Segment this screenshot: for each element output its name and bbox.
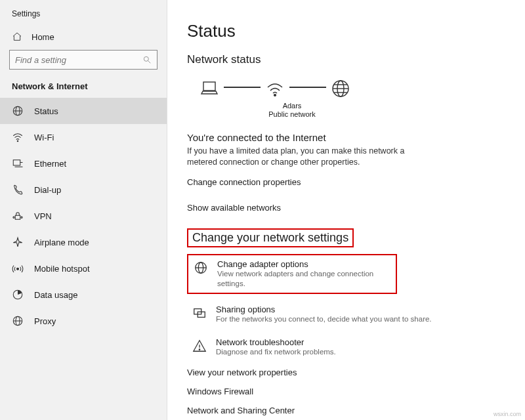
view-network-properties-link[interactable]: View your network properties bbox=[187, 368, 512, 377]
network-type: Public network bbox=[261, 110, 324, 119]
nav-label: Mobile hotspot bbox=[34, 264, 90, 274]
nav-label: Dial-up bbox=[34, 185, 61, 195]
airplane-icon bbox=[12, 236, 24, 248]
svg-point-18 bbox=[274, 94, 276, 96]
search-box[interactable] bbox=[9, 50, 158, 70]
dialup-icon bbox=[12, 184, 24, 196]
search-input[interactable] bbox=[15, 55, 142, 65]
svg-line-1 bbox=[148, 61, 151, 64]
nav-label: Wi-Fi bbox=[34, 133, 54, 142]
network-name: Adars bbox=[261, 102, 324, 110]
change-connection-properties-link[interactable]: Change connection properties bbox=[187, 177, 512, 187]
change-network-settings-heading: Change your network settings bbox=[192, 231, 348, 245]
nav-label: Airplane mode bbox=[34, 238, 89, 247]
sidebar: Settings Home Network & Internet Status … bbox=[0, 0, 167, 420]
change-adapter-options[interactable]: Change adapter options View network adap… bbox=[192, 258, 392, 290]
nav-vpn[interactable]: VPN bbox=[0, 203, 167, 229]
main-content: Status Network status Adars Public netwo… bbox=[167, 0, 525, 420]
data-usage-icon bbox=[12, 289, 24, 301]
section-label: Network & Internet bbox=[0, 79, 167, 98]
nav-label: Proxy bbox=[34, 316, 56, 326]
nav-label: Status bbox=[34, 106, 58, 116]
svg-point-11 bbox=[21, 217, 22, 218]
network-sharing-center-link[interactable]: Network and Sharing Center bbox=[187, 406, 512, 415]
home-icon bbox=[12, 32, 22, 42]
network-status-heading: Network status bbox=[187, 53, 512, 66]
connected-heading: You're connected to the Internet bbox=[187, 132, 512, 143]
warning-icon bbox=[192, 339, 207, 353]
diagram-line bbox=[289, 87, 326, 88]
option-title: Change adapter options bbox=[217, 259, 390, 269]
nav-airplane[interactable]: Airplane mode bbox=[0, 229, 167, 255]
option-desc: View network adapters and change connect… bbox=[217, 269, 390, 289]
nav-hotspot[interactable]: Mobile hotspot bbox=[0, 255, 167, 282]
svg-point-10 bbox=[13, 217, 14, 218]
vpn-icon bbox=[12, 210, 24, 222]
network-diagram: Adars Public network bbox=[187, 78, 512, 119]
ethernet-icon bbox=[12, 158, 24, 169]
proxy-icon bbox=[12, 315, 24, 327]
nav-label: VPN bbox=[34, 211, 52, 221]
adapter-icon bbox=[194, 261, 208, 275]
svg-rect-6 bbox=[13, 160, 20, 165]
windows-firewall-link[interactable]: Windows Firewall bbox=[187, 387, 512, 396]
show-available-networks-link[interactable]: Show available networks bbox=[187, 203, 512, 213]
svg-point-12 bbox=[17, 268, 19, 270]
nav-label: Ethernet bbox=[34, 159, 66, 169]
watermark: wsxin.com bbox=[494, 411, 521, 417]
svg-rect-17 bbox=[203, 82, 215, 91]
network-troubleshooter[interactable]: Network troubleshooter Diagnose and fix … bbox=[187, 333, 502, 361]
nav-data-usage[interactable]: Data usage bbox=[0, 282, 167, 308]
nav-wifi[interactable]: Wi-Fi bbox=[0, 124, 167, 150]
svg-point-30 bbox=[199, 349, 200, 350]
diagram-caption: Adars Public network bbox=[261, 102, 324, 119]
wifi-icon bbox=[12, 131, 24, 143]
svg-rect-9 bbox=[15, 215, 20, 219]
option-desc: Diagnose and fix network problems. bbox=[216, 347, 336, 357]
globe-icon bbox=[12, 105, 24, 117]
nav-ethernet[interactable]: Ethernet bbox=[0, 150, 167, 177]
sharing-options[interactable]: Sharing options For the networks you con… bbox=[187, 301, 502, 328]
search-icon bbox=[142, 55, 152, 64]
option-title: Sharing options bbox=[216, 304, 432, 314]
svg-point-5 bbox=[17, 140, 18, 142]
option-desc: For the networks you connect to, decide … bbox=[216, 314, 432, 324]
page-title: Status bbox=[187, 21, 512, 41]
connected-body: If you have a limited data plan, you can… bbox=[187, 146, 410, 168]
highlight-adapter-options: Change adapter options View network adap… bbox=[187, 254, 397, 294]
sharing-icon bbox=[192, 306, 207, 320]
option-title: Network troubleshooter bbox=[216, 337, 336, 347]
app-title: Settings bbox=[0, 9, 167, 25]
nav-list: Status Wi-Fi Ethernet Dial-up VPN Airpla… bbox=[0, 98, 167, 334]
nav-label: Data usage bbox=[34, 290, 78, 300]
svg-point-0 bbox=[144, 56, 148, 61]
nav-proxy[interactable]: Proxy bbox=[0, 308, 167, 334]
home-label: Home bbox=[32, 32, 54, 42]
globe-diagram-icon bbox=[330, 78, 351, 99]
nav-dialup[interactable]: Dial-up bbox=[0, 177, 167, 203]
home-nav[interactable]: Home bbox=[0, 25, 167, 50]
highlight-change-settings: Change your network settings bbox=[187, 228, 354, 247]
nav-status[interactable]: Status bbox=[0, 98, 167, 124]
laptop-icon bbox=[199, 78, 220, 99]
diagram-line bbox=[224, 87, 261, 88]
hotspot-icon bbox=[12, 262, 24, 274]
wifi-diagram-icon bbox=[264, 78, 285, 99]
